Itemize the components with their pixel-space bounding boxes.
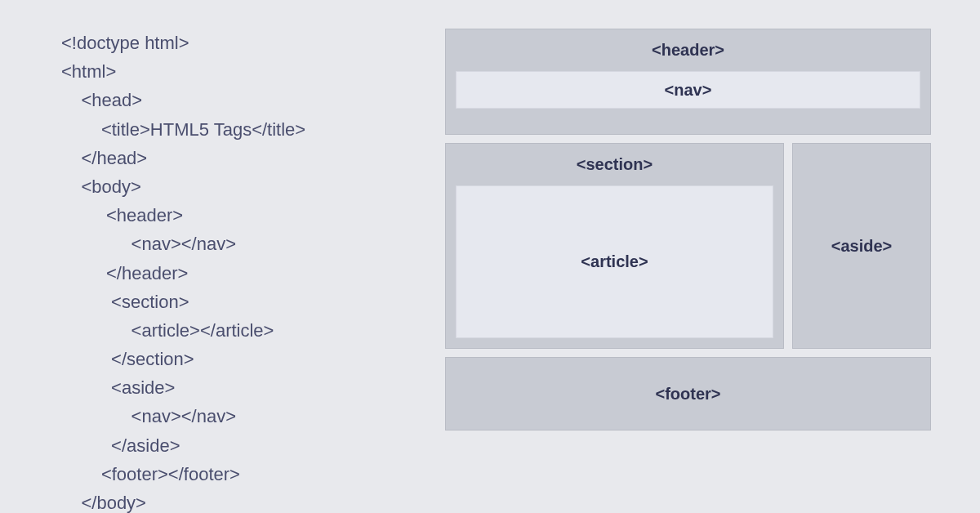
code-listing: <!doctype html> <html> <head> <title>HTM… [61, 29, 404, 484]
code-line: <head> [61, 86, 404, 114]
code-line: <aside> [61, 373, 404, 402]
code-line: </header> [61, 259, 404, 288]
footer-label: <footer> [655, 385, 720, 404]
code-line: <nav></nav> [61, 230, 404, 258]
code-line: <footer></footer> [61, 460, 404, 488]
section-label: <section> [456, 144, 773, 185]
code-line: <!doctype html> [61, 29, 404, 57]
nav-block: <nav> [456, 71, 920, 109]
code-line: </aside> [61, 431, 404, 460]
code-line: <nav></nav> [61, 402, 404, 430]
code-line: <body> [61, 172, 404, 201]
code-line: <article></article> [61, 316, 404, 345]
header-label: <header> [456, 29, 920, 71]
section-block: <section> <article> [445, 143, 784, 349]
code-line: </head> [61, 144, 404, 172]
code-line: <header> [61, 201, 404, 230]
article-label: <article> [581, 252, 648, 271]
code-line: <section> [61, 288, 404, 316]
mid-row: <section> <article> <aside> [445, 143, 931, 349]
aside-label: <aside> [831, 237, 893, 256]
header-block: <header> <nav> [445, 29, 931, 135]
code-line: <title>HTML5 Tags</title> [61, 115, 404, 144]
article-block: <article> [456, 185, 773, 338]
code-line: </section> [61, 345, 404, 373]
aside-block: <aside> [792, 143, 931, 349]
layout-diagram: <header> <nav> <section> <article> <asid… [445, 29, 931, 484]
nav-label: <nav> [665, 81, 712, 100]
code-line: </body> [61, 488, 404, 513]
footer-block: <footer> [445, 357, 931, 430]
code-line: <html> [61, 57, 404, 86]
